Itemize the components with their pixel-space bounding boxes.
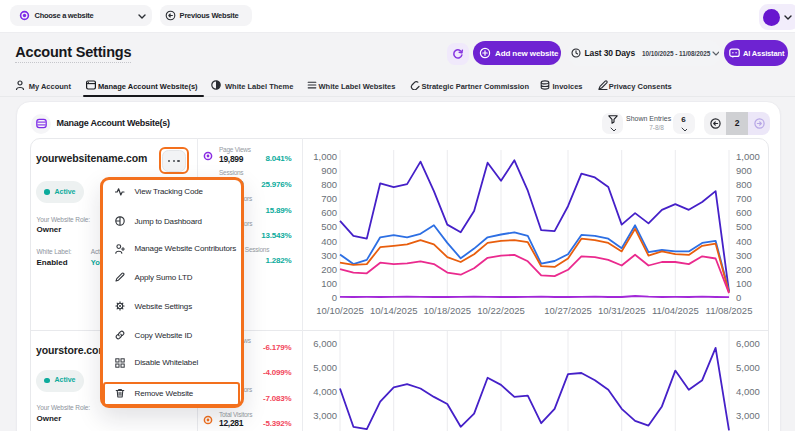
svg-text:10/14/2025: 10/14/2025	[370, 305, 418, 316]
svg-text:800: 800	[736, 179, 752, 190]
svg-text:800: 800	[321, 179, 337, 190]
svg-text:200: 200	[736, 264, 752, 275]
svg-text:600: 600	[321, 207, 337, 218]
svg-text:3,000: 3,000	[313, 410, 337, 421]
svg-text:4,000: 4,000	[313, 386, 337, 397]
svg-text:400: 400	[736, 236, 752, 247]
svg-text:700: 700	[736, 193, 752, 204]
svg-text:10/10/2025: 10/10/2025	[316, 305, 364, 316]
svg-text:10/31/2025: 10/31/2025	[598, 305, 646, 316]
svg-text:100: 100	[321, 278, 337, 289]
svg-text:5,000: 5,000	[313, 362, 337, 373]
svg-text:200: 200	[321, 264, 337, 275]
svg-text:0: 0	[332, 292, 337, 303]
svg-text:600: 600	[736, 207, 752, 218]
svg-text:500: 500	[736, 221, 752, 232]
svg-text:400: 400	[321, 236, 337, 247]
svg-text:1,000: 1,000	[313, 151, 337, 162]
svg-text:11/04/2025: 11/04/2025	[652, 305, 699, 316]
svg-text:1,000: 1,000	[736, 151, 760, 162]
svg-text:10/27/2025: 10/27/2025	[544, 305, 592, 316]
svg-text:300: 300	[736, 250, 752, 261]
svg-text:10/22/2025: 10/22/2025	[477, 305, 525, 316]
svg-text:6,000: 6,000	[313, 338, 337, 349]
svg-text:700: 700	[321, 193, 337, 204]
svg-text:0: 0	[736, 292, 741, 303]
svg-text:100: 100	[736, 278, 752, 289]
svg-text:11/08/2025: 11/08/2025	[706, 305, 753, 316]
svg-text:900: 900	[736, 165, 752, 176]
svg-text:5,000: 5,000	[736, 362, 760, 373]
svg-text:500: 500	[321, 221, 337, 232]
svg-text:10/18/2025: 10/18/2025	[424, 305, 472, 316]
svg-text:3,000: 3,000	[736, 410, 760, 421]
svg-text:6,000: 6,000	[736, 338, 760, 349]
svg-text:300: 300	[321, 250, 337, 261]
svg-text:4,000: 4,000	[736, 386, 760, 397]
svg-text:900: 900	[321, 165, 337, 176]
